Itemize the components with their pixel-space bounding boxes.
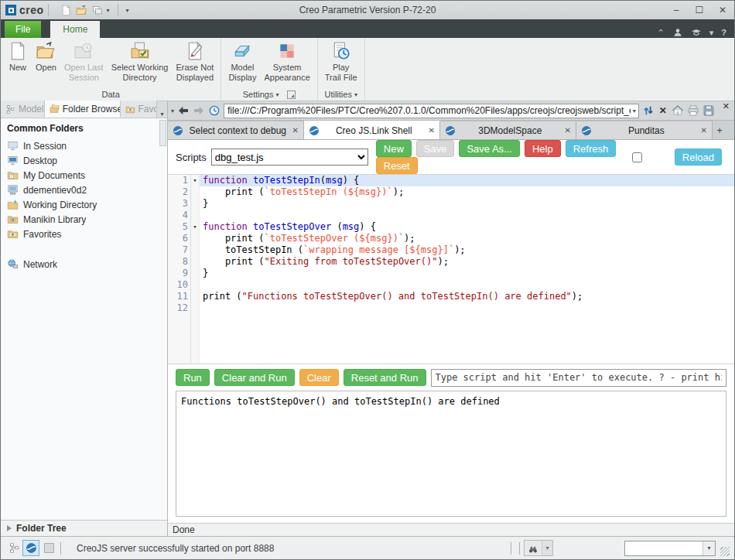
forward-icon[interactable] [193, 104, 205, 117]
fold-marker-icon[interactable]: ▾ [191, 221, 200, 233]
save-as--button[interactable]: Save As... [459, 140, 520, 157]
editor-line[interactable]: 1▾function toTestStepIn(msg) { [168, 175, 734, 186]
sidebar-item-my-documents[interactable]: My Documents [7, 168, 167, 183]
combobox-chevron-icon[interactable]: ▾ [703, 541, 715, 555]
ribbon-button-open[interactable]: Open [32, 39, 60, 74]
chevron-down-icon[interactable]: ▾ [275, 91, 279, 98]
sidebar-item-in-session[interactable]: In Session [7, 138, 167, 153]
print-icon[interactable] [687, 104, 699, 117]
window-switch-icon[interactable] [91, 5, 103, 16]
ribbon-button-system[interactable]: System Appearance [260, 39, 313, 84]
sidebar-item-favorites[interactable]: Favorites [7, 227, 167, 241]
nav-overflow-chevron-icon[interactable]: ▾ [171, 108, 174, 114]
close-tab-icon[interactable]: ✕ [292, 126, 299, 135]
new-button[interactable]: New [376, 140, 412, 157]
sidebar-tab-favorites[interactable]: Favorites [121, 101, 157, 118]
sidebar-item-desktop[interactable]: Desktop [7, 153, 167, 168]
collapse-ribbon-icon[interactable]: ⌃ [658, 28, 665, 38]
refresh-button[interactable]: Refresh [566, 140, 617, 157]
editor-line[interactable]: 8 print ("Exiting from toTestStepOver()"… [168, 256, 734, 268]
reload-button[interactable]: Reload [675, 149, 722, 166]
folder-tree-expander[interactable]: Folder Tree [1, 520, 167, 536]
sidebar-tab-model[interactable]: Model [1, 101, 45, 118]
browser-tab-3dmodelspace[interactable]: 3DModelSpace✕ [440, 121, 576, 139]
close-tab-icon[interactable]: ✕ [565, 126, 571, 135]
find-button[interactable]: ▾ [524, 540, 553, 556]
close-tab-icon[interactable]: ✕ [429, 126, 435, 135]
browser-tab-select-context-to-debug[interactable]: Select context to debug✕ [168, 121, 304, 139]
web-browser-toggle-button[interactable] [22, 540, 39, 556]
sidebar-scrollbar-thumb[interactable] [159, 120, 166, 146]
save-button[interactable]: Save [416, 140, 455, 157]
editor-line[interactable]: 4 [168, 210, 734, 221]
close-button[interactable]: ✕ [711, 1, 734, 19]
resize-grip[interactable] [720, 547, 730, 556]
ribbon-button-new[interactable]: New [4, 39, 32, 74]
refresh-icon[interactable] [642, 104, 655, 117]
editor-line[interactable]: 11print ("Functions toTestStepOver() and… [168, 291, 734, 302]
editor-line[interactable]: 10 [168, 279, 734, 291]
browser-tab-creo-js-link-shell[interactable]: Creo JS.Link Shell✕ [304, 121, 440, 139]
editor-line[interactable]: 9} [168, 268, 734, 279]
close-tab-icon[interactable]: ✕ [701, 126, 707, 135]
editor-line[interactable]: 7 toTestStepIn (`wrapping message [${msg… [168, 244, 734, 256]
ribbon-group-label[interactable]: Settings▾ [224, 88, 313, 101]
ribbon-button-model[interactable]: Model Display [224, 39, 260, 84]
autosave-checkbox[interactable] [632, 152, 642, 162]
minimize-button[interactable]: – [665, 1, 688, 19]
chevron-down-icon[interactable]: ▾ [354, 91, 357, 98]
editor-line[interactable]: 2 print (`toTestStepIn (${msg})`); [168, 186, 734, 198]
sidebar-tab-folder-browser[interactable]: Folder Browser [45, 101, 121, 118]
output-console[interactable]: Functions toTestStepOver() and toTestSte… [176, 391, 726, 517]
home-icon[interactable] [672, 104, 684, 117]
clear-and-run-button[interactable]: Clear and Run [214, 369, 295, 386]
tab-overflow-chevron-icon[interactable]: ▾ [157, 111, 167, 118]
customize-toolbar-chevron-icon[interactable]: ▾ [126, 7, 129, 14]
history-icon[interactable] [208, 104, 220, 117]
dialog-launcher-icon[interactable] [287, 90, 296, 99]
run-button[interactable]: Run [176, 369, 210, 386]
back-icon[interactable] [177, 104, 190, 117]
find-dropdown-chevron-icon[interactable]: ▾ [542, 541, 552, 555]
command-input[interactable] [431, 369, 727, 387]
model-tree-toggle-button[interactable] [5, 540, 22, 556]
search-combobox[interactable]: ▾ [624, 541, 716, 556]
save-page-icon[interactable] [703, 104, 715, 117]
ribbon-button-select-working[interactable]: Select Working Directory [108, 39, 173, 84]
editor-line[interactable]: 5▾function toTestStepOver (msg) { [168, 221, 734, 233]
fold-marker-icon[interactable]: ▾ [191, 175, 200, 186]
sidebar-item-manikin-library[interactable]: Manikin Library [7, 212, 167, 227]
stop-icon[interactable]: ✕ [658, 105, 668, 116]
help-icon[interactable]: ? [721, 28, 726, 37]
editor-line[interactable]: 3} [168, 198, 734, 210]
editor-line[interactable]: 12 [168, 302, 734, 314]
open-document-icon[interactable] [76, 5, 87, 16]
search-commands-icon[interactable] [672, 27, 683, 38]
ribbon-group-label[interactable]: Utilities▾ [321, 88, 361, 101]
ribbon-button-play[interactable]: Play Trail File [321, 39, 361, 84]
chevron-down-icon[interactable]: ▾ [107, 7, 110, 14]
reset-button[interactable]: Reset [376, 157, 418, 174]
new-tab-button[interactable]: + [713, 121, 726, 139]
browser-tab-punditas[interactable]: Punditas✕ [576, 121, 713, 139]
help-button[interactable]: Help [525, 140, 561, 157]
binoculars-icon [527, 543, 539, 554]
clear-button[interactable]: Clear [299, 369, 339, 386]
learning-center-icon[interactable] [691, 27, 702, 38]
code-editor[interactable]: 1▾function toTestStepIn(msg) {2 print (`… [168, 174, 734, 364]
chevron-down-icon[interactable]: ▾ [709, 28, 714, 38]
script-select[interactable]: dbg_test.js [211, 149, 368, 166]
ribbon-button-erase-not[interactable]: Erase Not Displayed [172, 39, 217, 84]
editor-line[interactable]: 6 print (`toTestStepOver (${msg})`); [168, 233, 734, 244]
sidebar-item-ddementiev0d2[interactable]: ddementiev0d2 [7, 183, 167, 197]
tab-home[interactable]: Home [50, 21, 100, 38]
maximize-button[interactable]: ☐ [688, 1, 711, 19]
reset-and-run-button[interactable]: Reset and Run [344, 369, 426, 386]
address-dropdown-chevron-icon[interactable]: ▾ [631, 108, 638, 114]
close-pane-icon[interactable]: ✕ [723, 101, 730, 111]
address-input[interactable] [227, 105, 631, 116]
tab-file[interactable]: File [5, 21, 41, 38]
sidebar-item-network[interactable]: Network [7, 257, 167, 271]
new-document-icon[interactable] [60, 5, 72, 16]
sidebar-item-working-directory[interactable]: Working Directory [7, 197, 167, 212]
